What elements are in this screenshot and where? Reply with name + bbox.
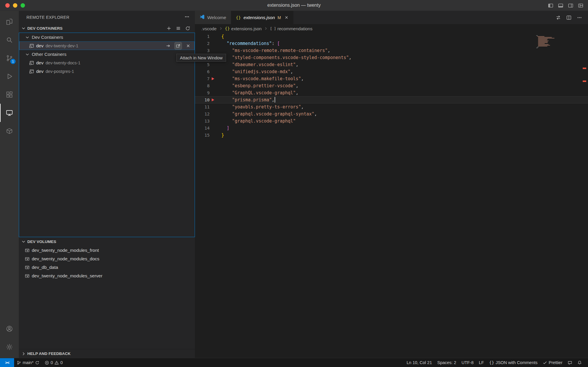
tab-label: extensions.json (243, 15, 275, 20)
container-item[interactable]: devdev-twenty-docs-1 (19, 58, 195, 67)
minimize-window-button[interactable] (13, 3, 17, 8)
help-feedback-label: HELP AND FEEDBACK (27, 351, 71, 356)
breadcrumb-symbol[interactable]: [ ]recommendations (270, 26, 313, 31)
container-description: dev-twenty-dev-1 (46, 43, 78, 48)
overview-ruler-mark (583, 81, 586, 82)
cursor-position-status[interactable]: Ln 10, Col 21 (404, 358, 435, 367)
code-line: 8 "esbenp.prettier-vscode", (195, 82, 588, 89)
explorer-icon[interactable] (0, 13, 19, 31)
volume-name: dev_db_data (32, 265, 58, 270)
code-line: 4 "styled-components.vscode-styled-compo… (195, 54, 588, 61)
problems-status[interactable]: 0 0 (42, 358, 65, 367)
branch-name: main* (23, 360, 34, 365)
container-group: Dev Containersdevdev-twenty-dev-1 (19, 33, 195, 50)
remove-container-icon[interactable] (185, 42, 192, 49)
more-actions-icon[interactable] (577, 15, 582, 20)
volume-item[interactable]: dev_twenty_node_modules_docs (19, 254, 195, 263)
line-number: 14 (195, 125, 221, 132)
container-name: dev (36, 69, 44, 74)
add-container-icon[interactable] (166, 26, 171, 31)
chevron-down-icon (21, 239, 26, 244)
volume-item[interactable]: dev_twenty_node_modules_front (19, 246, 195, 254)
feedback-icon[interactable] (565, 358, 575, 367)
toggle-sidebar-left-icon[interactable] (548, 3, 553, 8)
code-line: 1{ (195, 33, 588, 40)
line-number: 13 (195, 118, 221, 125)
tab-strip: Welcome {} extensions.json M (195, 11, 588, 24)
containers-tree: Dev Containersdevdev-twenty-dev-1Other C… (19, 33, 195, 76)
remote-explorer-icon[interactable] (0, 104, 19, 122)
zoom-window-button[interactable] (21, 3, 25, 8)
code-line: 10 "prisma.prisma", (195, 96, 588, 103)
split-editor-icon[interactable] (566, 15, 572, 20)
git-branch-status[interactable]: main* (14, 358, 42, 367)
error-icon (45, 361, 49, 365)
extensions-icon[interactable] (0, 86, 19, 104)
line-number: 5 (195, 61, 221, 68)
sidebar-more-actions-icon[interactable] (184, 14, 190, 21)
attach-container-icon[interactable] (165, 42, 172, 49)
check-icon (543, 361, 547, 365)
dev-containers-label: DEV CONTAINERS (27, 26, 63, 31)
notifications-bell-icon[interactable] (575, 358, 584, 367)
line-number: 1 (195, 33, 221, 40)
language-mode-status[interactable]: {} JSON with Comments (487, 358, 540, 367)
dev-volumes-section-header[interactable]: DEV VOLUMES (19, 237, 195, 246)
breadcrumb-folder[interactable]: .vscode (201, 26, 217, 31)
open-changes-icon[interactable] (556, 15, 561, 20)
breadcrumb-file[interactable]: {}extensions.json (225, 26, 262, 31)
line-number: 3 (195, 47, 221, 54)
volumes-list: dev_twenty_node_modules_frontdev_twenty_… (19, 246, 195, 280)
settings-gear-icon[interactable] (0, 338, 19, 356)
run-debug-icon[interactable] (0, 67, 19, 86)
refresh-icon[interactable] (185, 26, 190, 31)
volume-name: dev_twenty_node_modules_server (32, 273, 102, 279)
list-options-icon[interactable] (176, 26, 181, 31)
formatter-status[interactable]: Prettier (540, 358, 565, 367)
tab-welcome[interactable]: Welcome (195, 11, 231, 24)
error-count: 0 (51, 360, 53, 365)
line-number: 12 (195, 110, 221, 118)
help-feedback-section-header[interactable]: HELP AND FEEDBACK (19, 349, 195, 358)
close-tab-icon[interactable] (284, 15, 289, 20)
close-window-button[interactable] (5, 3, 10, 8)
volume-item[interactable]: dev_db_data (19, 263, 195, 272)
remote-indicator[interactable]: >< (0, 358, 14, 367)
code-line: 6 "unifiedjs.vscode-mdx", (195, 68, 588, 75)
eol-status[interactable]: LF (476, 358, 487, 367)
toggle-panel-icon[interactable] (558, 3, 563, 8)
breadcrumb: .vscode {}extensions.json [ ]recommendat… (195, 24, 588, 33)
customize-layout-icon[interactable] (578, 3, 583, 8)
search-icon[interactable] (0, 31, 19, 49)
warning-icon (54, 361, 59, 365)
dev-containers-tree: Dev Containersdevdev-twenty-dev-1Other C… (19, 33, 195, 237)
gutter-marker-icon (212, 77, 214, 80)
sidebar-title: REMOTE EXPLORER (26, 15, 69, 20)
containers-icon[interactable] (0, 122, 19, 140)
volume-name: dev_twenty_node_modules_docs (32, 256, 99, 262)
container-item[interactable]: devdev-postgres-1 (19, 67, 195, 76)
volume-icon (25, 265, 30, 270)
minimap[interactable] (536, 35, 555, 48)
code-line: 9 "GraphQL.vscode-graphql", (195, 89, 588, 96)
vscode-logo-icon (200, 14, 205, 21)
indentation-status[interactable]: Spaces: 2 (435, 358, 459, 367)
source-control-icon[interactable]: 1 (0, 49, 19, 67)
code-editor[interactable]: 1{2 "recommendations": [3 "ms-vscode-rem… (195, 33, 588, 358)
tab-label: Welcome (207, 15, 226, 20)
tooltip: Attach in New Window (176, 54, 226, 62)
container-group-row[interactable]: Other Containers (19, 50, 195, 58)
container-icon (29, 43, 34, 48)
dev-volumes-label: DEV VOLUMES (27, 239, 56, 244)
account-icon[interactable] (0, 320, 19, 338)
toggle-sidebar-right-icon[interactable] (568, 3, 573, 8)
volume-item[interactable]: dev_twenty_node_modules_server (19, 272, 195, 280)
container-group-row[interactable]: Dev Containers (19, 33, 195, 41)
encoding-status[interactable]: UTF-8 (459, 358, 476, 367)
attach-new-window-icon[interactable] (175, 42, 182, 49)
warning-count: 0 (60, 360, 63, 365)
container-item[interactable]: devdev-twenty-dev-1 (19, 41, 195, 50)
tab-extensions-json[interactable]: {} extensions.json M (231, 11, 293, 24)
window-controls (5, 0, 25, 11)
dev-containers-section-header[interactable]: DEV CONTAINERS (19, 24, 195, 33)
